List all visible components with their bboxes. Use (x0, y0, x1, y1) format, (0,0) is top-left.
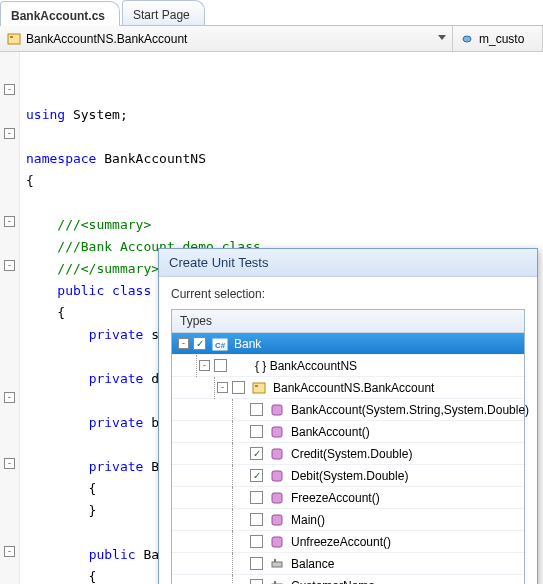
tree-row[interactable]: UnfreezeAccount() (172, 531, 524, 553)
method-icon (269, 512, 285, 528)
fold-toggle[interactable]: - (4, 458, 15, 469)
svg-rect-12 (272, 515, 282, 525)
tree-row[interactable]: Credit(System.Double) (172, 443, 524, 465)
member-dropdown[interactable]: m_custo (453, 26, 543, 51)
fold-toggle[interactable]: - (4, 128, 15, 139)
checkbox[interactable] (250, 579, 263, 584)
method-icon (269, 490, 285, 506)
checkbox[interactable] (250, 513, 263, 526)
expand-toggle[interactable]: - (199, 360, 210, 371)
types-header: Types (172, 310, 524, 333)
code-text: { (26, 173, 34, 188)
tree-row-label: CustomerName (291, 579, 375, 585)
tree-row-label: BankAccount() (291, 425, 370, 439)
class-dropdown[interactable]: BankAccountNS.BankAccount (0, 26, 453, 51)
code-text: ///</summary> (26, 261, 159, 276)
method-icon (269, 402, 285, 418)
fold-toggle[interactable]: - (4, 392, 15, 403)
tree-row-label: FreezeAccount() (291, 491, 380, 505)
tree-row-label: BankAccount(System.String,System.Double) (291, 403, 529, 417)
tree-body: -C#Bank-{ } BankAccountNS-BankAccountNS.… (172, 333, 524, 584)
svg-rect-10 (272, 471, 282, 481)
fold-toggle[interactable]: - (4, 260, 15, 271)
svg-point-2 (463, 36, 471, 42)
checkbox[interactable] (250, 403, 263, 416)
editor-tabs: BankAccount.cs Start Page (0, 0, 543, 26)
current-selection-label: Current selection: (171, 287, 525, 301)
svg-rect-5 (253, 383, 265, 393)
tree-row-label: Credit(System.Double) (291, 447, 412, 461)
svg-rect-9 (272, 449, 282, 459)
dialog-body: Current selection: Types -C#Bank-{ } Ban… (159, 277, 537, 584)
tree-row[interactable]: Debit(System.Double) (172, 465, 524, 487)
fold-toggle[interactable]: - (4, 546, 15, 557)
code-text: { (26, 305, 65, 320)
csproj-icon: C# (212, 336, 228, 352)
chevron-down-icon (438, 35, 446, 42)
tree-row[interactable]: BankAccount(System.String,System.Double) (172, 399, 524, 421)
code-text: public (57, 283, 104, 298)
code-text: using (26, 107, 65, 122)
fold-toggle[interactable]: - (4, 84, 15, 95)
tree-row[interactable]: -{ } BankAccountNS (172, 355, 524, 377)
dialog-title: Create Unit Tests (159, 249, 537, 277)
checkbox[interactable] (250, 491, 263, 504)
checkbox[interactable] (193, 337, 206, 350)
expand-toggle[interactable]: - (178, 338, 189, 349)
class-icon (6, 31, 22, 47)
checkbox[interactable] (250, 535, 263, 548)
checkbox[interactable] (250, 425, 263, 438)
code-text: private (89, 371, 144, 386)
tree-row[interactable]: CustomerName (172, 575, 524, 584)
member-dropdown-text: m_custo (479, 32, 524, 46)
code-text: private (89, 459, 144, 474)
checkbox[interactable] (232, 381, 245, 394)
ns-icon (233, 358, 249, 374)
method-icon (269, 424, 285, 440)
tree-row[interactable]: FreezeAccount() (172, 487, 524, 509)
svg-rect-1 (10, 36, 13, 38)
code-text: namespace (26, 151, 96, 166)
types-tree: Types -C#Bank-{ } BankAccountNS-BankAcco… (171, 309, 525, 584)
code-text: { (26, 481, 96, 496)
tab-active[interactable]: BankAccount.cs (0, 1, 120, 26)
tree-row-label: { } BankAccountNS (255, 359, 357, 373)
svg-rect-14 (272, 562, 282, 567)
code-text: { (26, 569, 96, 584)
svg-rect-8 (272, 427, 282, 437)
tree-row[interactable]: Main() (172, 509, 524, 531)
tab-startpage[interactable]: Start Page (122, 0, 205, 25)
tree-row[interactable]: Balance (172, 553, 524, 575)
code-text: private (89, 415, 144, 430)
svg-rect-17 (274, 581, 276, 584)
expand-toggle[interactable]: - (217, 382, 228, 393)
checkbox[interactable] (250, 557, 263, 570)
checkbox[interactable] (250, 469, 263, 482)
method-icon (269, 468, 285, 484)
svg-text:C#: C# (215, 341, 226, 350)
class-icon (251, 380, 267, 396)
tree-row-label: BankAccountNS.BankAccount (273, 381, 434, 395)
tree-row-label: Balance (291, 557, 334, 571)
tree-row-label: UnfreezeAccount() (291, 535, 391, 549)
code-text: public (89, 547, 136, 562)
checkbox[interactable] (214, 359, 227, 372)
code-nav-bar: BankAccountNS.BankAccount m_custo (0, 26, 543, 52)
method-icon (269, 534, 285, 550)
code-text: class (112, 283, 151, 298)
checkbox[interactable] (250, 447, 263, 460)
code-text: BankAccountNS (96, 151, 206, 166)
tree-row[interactable]: -BankAccountNS.BankAccount (172, 377, 524, 399)
fold-toggle[interactable]: - (4, 216, 15, 227)
method-icon (269, 446, 285, 462)
gutter: - - - - - - - (0, 52, 20, 584)
tree-row-label: Bank (234, 337, 261, 351)
svg-rect-0 (8, 34, 20, 44)
svg-rect-11 (272, 493, 282, 503)
tree-row[interactable]: BankAccount() (172, 421, 524, 443)
class-dropdown-text: BankAccountNS.BankAccount (26, 32, 187, 46)
tree-row-label: Debit(System.Double) (291, 469, 408, 483)
tree-row[interactable]: -C#Bank (172, 333, 524, 355)
code-text: ///<summary> (26, 217, 151, 232)
svg-rect-7 (272, 405, 282, 415)
